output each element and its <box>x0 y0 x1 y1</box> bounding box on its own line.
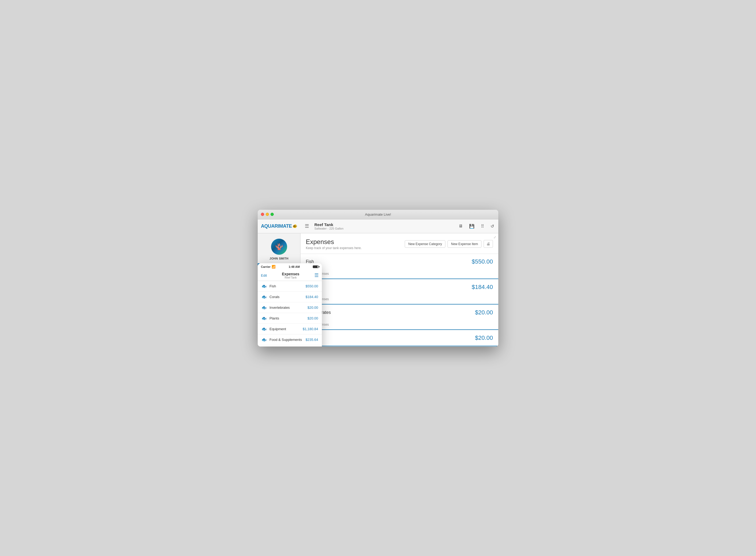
expenses-subtitle: Keep track of your tank expenses here. <box>306 246 405 250</box>
category-plants: Plants $20.00 <box>300 330 498 346</box>
ios-edit-button[interactable]: Edit <box>261 273 267 277</box>
ios-status-left: Carrier 📶 <box>261 265 276 269</box>
ios-menu-button[interactable]: ☰ <box>314 272 319 278</box>
mac-window: Aquarimate Live! AQUARIMATE 🐠 ☰ Reef Tan… <box>258 210 498 347</box>
category-corals-header: Corals $184.40 <box>300 279 498 295</box>
corals-item-icon: 🐟 <box>261 294 267 300</box>
avatar: 🪸 <box>271 239 287 255</box>
ios-list-item-corals[interactable]: 🐟 Corals $184.40 <box>258 292 322 302</box>
ios-corals-amount: $184.40 <box>306 295 318 299</box>
expenses-actions: New Expense Category New Expense Item 🖨 <box>405 240 493 248</box>
ios-list-item-invertebrates[interactable]: 🐟 Invertebrates $20.00 <box>258 302 322 313</box>
mac-titlebar: Aquarimate Live! <box>258 210 498 219</box>
expenses-header: ⤢ Expenses Keep track of your tank expen… <box>300 233 498 254</box>
ios-food-name: Food & Supplements <box>269 338 306 342</box>
ios-plants-amount: $20.00 <box>307 316 318 320</box>
ios-list: 🐟 Fish $550.00 🐟 Corals $184.40 🐟 Invert… <box>258 281 322 347</box>
save-button[interactable]: 💾 <box>468 222 476 230</box>
tank-info: Reef Tank Saltwater - 225 Gallon <box>310 222 457 230</box>
refresh-button[interactable]: ↺ <box>489 222 495 230</box>
ios-corals-name: Corals <box>269 295 306 299</box>
ios-equipment-name: Equipment <box>269 327 303 331</box>
toolbar-actions: 🖥 💾 ⠿ ↺ <box>457 222 495 230</box>
ios-plants-name: Plants <box>269 316 307 320</box>
user-name: JOHN SMITH <box>269 257 289 260</box>
grid-button[interactable]: ⠿ <box>480 222 485 230</box>
main-content: ⤢ Expenses Keep track of your tank expen… <box>300 233 498 347</box>
ios-time: 1:48 AM <box>289 265 300 268</box>
fish-item-icon: 🐟 <box>261 284 267 289</box>
ios-equipment-amount: $1,180.84 <box>303 327 318 331</box>
app-logo: AQUARIMATE 🐠 <box>261 223 297 229</box>
ios-status-right <box>313 266 319 268</box>
new-expense-category-button[interactable]: New Expense Category <box>405 240 445 248</box>
category-corals: Corals $184.40 Show Expenses <box>300 279 498 305</box>
tank-name: Reef Tank <box>314 222 457 227</box>
window-title: Aquarimate Live! <box>365 212 391 216</box>
category-invertebrates: Invertebrates $20.00 Show Expenses <box>300 305 498 330</box>
logo-area: AQUARIMATE 🐠 <box>261 223 304 229</box>
carrier-text: Carrier <box>261 265 270 268</box>
ios-food-amount: $235.64 <box>306 338 318 342</box>
print-button[interactable]: 🖨 <box>484 240 493 248</box>
food-item-icon: 🐟 <box>261 337 267 342</box>
invertebrates-show-expenses-row: Show Expenses <box>300 320 498 329</box>
ios-invertebrates-amount: $20.00 <box>307 306 318 310</box>
ios-fish-amount: $550.00 <box>306 284 318 288</box>
expenses-title-area: Expenses Keep track of your tank expense… <box>306 238 405 250</box>
category-invertebrates-header: Invertebrates $20.00 <box>300 305 498 320</box>
expenses-title: Expenses <box>306 238 405 246</box>
ios-fish-name: Fish <box>269 284 306 288</box>
ios-list-item-food[interactable]: 🐟 Food & Supplements $235.64 <box>258 335 322 345</box>
invertebrates-item-icon: 🐟 <box>261 305 267 310</box>
hamburger-button[interactable]: ☰ <box>304 222 310 230</box>
wifi-icon: 📶 <box>272 265 276 269</box>
close-button[interactable] <box>261 213 264 216</box>
logo-fish-icon: 🐠 <box>293 224 297 228</box>
ios-nav-bar: Edit Expenses Reef Tank ☰ <box>258 270 322 281</box>
plants-item-icon: 🐟 <box>261 316 267 321</box>
ios-list-item-plants[interactable]: 🐟 Plants $20.00 <box>258 313 322 324</box>
equipment-item-icon: 🐟 <box>261 326 267 332</box>
ios-list-item-fish[interactable]: 🐟 Fish $550.00 <box>258 281 322 292</box>
avatar-area: 🪸 JOHN SMITH <box>258 233 300 263</box>
category-plants-header: Plants $20.00 <box>300 330 498 346</box>
logo-text: AQUARIMATE <box>261 223 292 229</box>
expand-button[interactable]: ⤢ <box>493 236 496 239</box>
category-fish-amount: $550.00 <box>471 258 493 265</box>
ios-status-bar: Carrier 📶 1:48 AM <box>258 263 322 270</box>
ios-nav-title: Expenses <box>282 272 299 276</box>
battery-icon <box>313 266 319 268</box>
corals-show-expenses-row: Show Expenses <box>300 295 498 304</box>
maximize-button[interactable] <box>270 213 274 216</box>
ios-overlay: Carrier 📶 1:48 AM Edit Expenses Reef Tan… <box>258 263 322 347</box>
category-invertebrates-amount: $20.00 <box>475 309 493 316</box>
category-fish: Fish $550.00 Show Expenses <box>300 254 498 279</box>
ios-list-item-maintenance[interactable]: 🐟 Maintenance $280.00 <box>258 345 322 347</box>
ios-nav-subtitle: Reef Tank <box>282 276 299 279</box>
category-plants-amount: $20.00 <box>475 335 493 341</box>
fish-show-expenses-row: Show Expenses <box>300 270 498 279</box>
app-toolbar: AQUARIMATE 🐠 ☰ Reef Tank Saltwater - 225… <box>258 219 498 233</box>
ios-nav-title-area: Expenses Reef Tank <box>282 272 299 279</box>
tank-subtitle: Saltwater - 225 Gallon <box>314 227 457 230</box>
category-fish-header: Fish $550.00 <box>300 254 498 270</box>
category-corals-amount: $184.40 <box>471 284 493 290</box>
new-expense-item-button[interactable]: New Expense Item <box>448 240 482 248</box>
ios-invertebrates-name: Invertebrates <box>269 306 307 310</box>
traffic-lights <box>261 213 274 216</box>
monitor-button[interactable]: 🖥 <box>457 222 464 230</box>
minimize-button[interactable] <box>266 213 269 216</box>
ios-list-item-equipment[interactable]: 🐟 Equipment $1,180.84 <box>258 324 322 335</box>
